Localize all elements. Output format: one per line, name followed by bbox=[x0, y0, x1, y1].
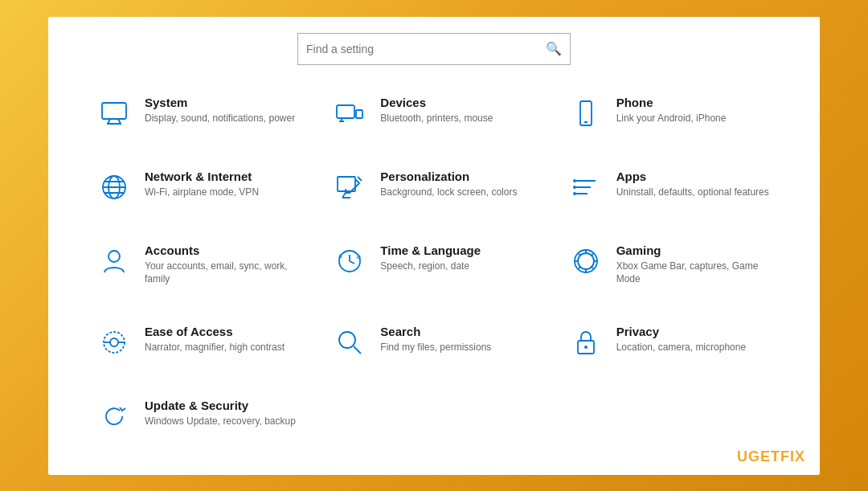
setting-item-time[interactable]: AあTime & LanguageSpeech, region, date bbox=[316, 229, 551, 311]
setting-item-search[interactable]: SearchFind my files, permissions bbox=[316, 310, 551, 384]
svg-rect-4 bbox=[337, 105, 354, 118]
search-desc: Find my files, permissions bbox=[380, 341, 491, 354]
network-icon bbox=[96, 170, 132, 205]
phone-title: Phone bbox=[616, 96, 727, 109]
search-bar[interactable]: 🔍 bbox=[297, 33, 571, 65]
apps-title: Apps bbox=[616, 170, 769, 183]
time-icon: Aあ bbox=[332, 243, 367, 279]
network-desc: Wi-Fi, airplane mode, VPN bbox=[145, 186, 259, 199]
system-desc: Display, sound, notifications, power bbox=[145, 112, 295, 125]
search-input[interactable] bbox=[306, 43, 546, 55]
time-desc: Speech, region, date bbox=[380, 260, 481, 273]
devices-title: Devices bbox=[380, 96, 493, 109]
svg-line-39 bbox=[591, 254, 593, 256]
setting-item-apps[interactable]: AppsUninstall, defaults, optional featur… bbox=[552, 155, 788, 229]
accounts-desc: Your accounts, email, sync, work, family bbox=[145, 260, 300, 287]
search-icon bbox=[332, 325, 367, 360]
phone-text: PhoneLink your Android, iPhone bbox=[616, 96, 727, 125]
watermark: UGETFIX bbox=[737, 448, 805, 465]
svg-point-24 bbox=[573, 192, 576, 195]
svg-text:A: A bbox=[338, 253, 342, 259]
svg-point-22 bbox=[573, 179, 576, 182]
setting-item-personalization[interactable]: PersonalizationBackground, lock screen, … bbox=[316, 155, 551, 229]
setting-item-ease[interactable]: Ease of AccessNarrator, magnifier, high … bbox=[80, 310, 316, 384]
devices-desc: Bluetooth, printers, mouse bbox=[380, 112, 493, 125]
setting-item-network[interactable]: Network & InternetWi-Fi, airplane mode, … bbox=[80, 155, 316, 229]
ease-text: Ease of AccessNarrator, magnifier, high … bbox=[145, 325, 285, 354]
personalization-icon bbox=[332, 170, 367, 205]
personalization-text: PersonalizationBackground, lock screen, … bbox=[380, 170, 517, 199]
personalization-desc: Background, lock screen, colors bbox=[380, 186, 517, 199]
svg-point-48 bbox=[584, 346, 588, 349]
update-desc: Windows Update, recovery, backup bbox=[145, 415, 296, 428]
gaming-text: GamingXbox Game Bar, captures, Game Mode bbox=[616, 243, 772, 287]
accounts-text: AccountsYour accounts, email, sync, work… bbox=[145, 243, 300, 287]
ease-title: Ease of Access bbox=[145, 325, 285, 338]
phone-icon bbox=[568, 96, 604, 131]
gaming-title: Gaming bbox=[616, 243, 772, 257]
svg-point-25 bbox=[108, 251, 120, 262]
privacy-icon bbox=[568, 325, 604, 360]
accounts-title: Accounts bbox=[145, 243, 300, 257]
personalization-title: Personalization bbox=[380, 170, 517, 183]
privacy-title: Privacy bbox=[616, 325, 746, 338]
apps-text: AppsUninstall, defaults, optional featur… bbox=[616, 170, 769, 199]
svg-line-38 bbox=[591, 266, 593, 268]
system-icon bbox=[96, 96, 132, 131]
network-title: Network & Internet bbox=[145, 170, 259, 183]
setting-item-privacy[interactable]: PrivacyLocation, camera, microphone bbox=[552, 310, 788, 384]
apps-desc: Uninstall, defaults, optional features bbox=[616, 186, 769, 199]
svg-point-45 bbox=[339, 332, 355, 348]
system-text: SystemDisplay, sound, notifications, pow… bbox=[145, 96, 295, 125]
settings-grid: SystemDisplay, sound, notifications, pow… bbox=[80, 81, 788, 459]
setting-item-accounts[interactable]: AccountsYour accounts, email, sync, work… bbox=[80, 229, 316, 311]
update-title: Update & Security bbox=[145, 399, 296, 412]
setting-item-update[interactable]: Update & SecurityWindows Update, recover… bbox=[80, 384, 316, 458]
svg-line-46 bbox=[354, 346, 361, 354]
svg-line-40 bbox=[579, 266, 581, 268]
settings-window: 🔍 SystemDisplay, sound, notifications, p… bbox=[48, 17, 820, 475]
search-text: SearchFind my files, permissions bbox=[380, 325, 491, 354]
time-text: Time & LanguageSpeech, region, date bbox=[380, 243, 481, 273]
accounts-icon bbox=[96, 243, 132, 279]
svg-rect-5 bbox=[356, 110, 362, 118]
search-title: Search bbox=[380, 325, 491, 338]
svg-line-28 bbox=[350, 261, 354, 264]
devices-text: DevicesBluetooth, printers, mouse bbox=[380, 96, 493, 125]
gaming-desc: Xbox Game Bar, captures, Game Mode bbox=[616, 260, 772, 287]
svg-line-16 bbox=[358, 177, 362, 181]
svg-rect-0 bbox=[102, 103, 126, 119]
privacy-desc: Location, camera, microphone bbox=[616, 341, 746, 354]
svg-text:あ: あ bbox=[356, 253, 362, 260]
system-title: System bbox=[145, 96, 295, 109]
svg-point-23 bbox=[573, 186, 576, 189]
ease-icon bbox=[96, 325, 132, 360]
network-text: Network & InternetWi-Fi, airplane mode, … bbox=[145, 170, 259, 199]
svg-point-42 bbox=[110, 338, 118, 346]
update-icon bbox=[96, 399, 132, 434]
devices-icon bbox=[332, 96, 367, 131]
privacy-text: PrivacyLocation, camera, microphone bbox=[616, 325, 746, 354]
ease-desc: Narrator, magnifier, high contrast bbox=[145, 341, 285, 354]
setting-item-phone[interactable]: PhoneLink your Android, iPhone bbox=[552, 81, 788, 155]
setting-item-gaming[interactable]: GamingXbox Game Bar, captures, Game Mode bbox=[552, 229, 788, 311]
time-title: Time & Language bbox=[380, 243, 481, 257]
phone-desc: Link your Android, iPhone bbox=[616, 112, 727, 125]
search-icon: 🔍 bbox=[546, 41, 562, 56]
setting-item-system[interactable]: SystemDisplay, sound, notifications, pow… bbox=[80, 81, 316, 155]
apps-icon bbox=[568, 170, 604, 205]
svg-line-37 bbox=[579, 254, 581, 256]
update-text: Update & SecurityWindows Update, recover… bbox=[145, 399, 296, 428]
setting-item-devices[interactable]: DevicesBluetooth, printers, mouse bbox=[316, 81, 551, 155]
gaming-icon bbox=[568, 243, 604, 279]
